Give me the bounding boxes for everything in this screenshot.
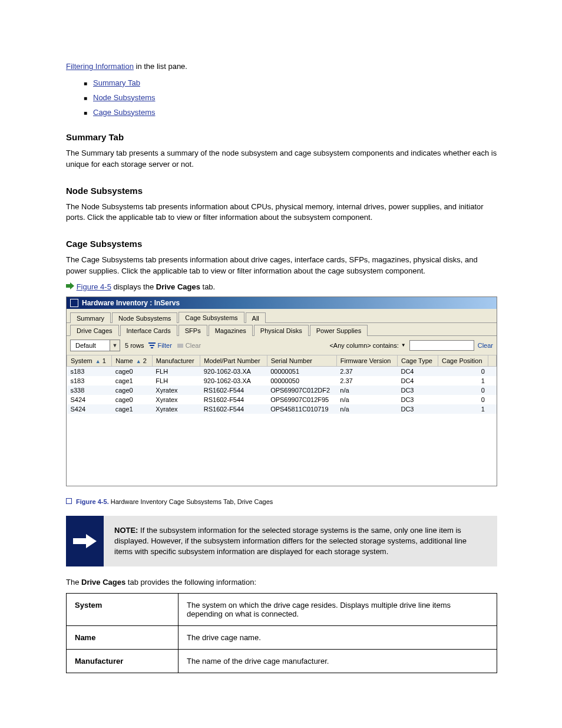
main-tab-row: Summary Node Subsystems Cage Subsystems … [67,309,497,323]
filter-icon [148,342,156,349]
intro-line: Filtering Information in the list pane. [66,61,497,73]
desc-row: SystemThe system on which the drive cage… [67,594,497,626]
link-figure-4-5[interactable]: Figure 4-5 [77,282,111,291]
drive-cages-table: System ▲ 1 Name ▲ 2 Manufacturer Model/P… [67,355,497,414]
table-row[interactable]: s183cage0FLH920-1062-03.XA000000512.37DC… [67,366,497,376]
col-serial[interactable]: Serial Number [267,355,336,366]
subtab-sfps[interactable]: SFPs [178,325,207,336]
sub-tab-row: Drive Cages Interface Cards SFPs Magazin… [67,323,497,336]
desc-intro: The Drive Cages tab provides the followi… [66,577,497,588]
desc-row: ManufacturerThe name of the drive cage m… [67,650,497,673]
sort-asc-icon: ▲ [95,358,101,364]
svg-rect-4 [177,344,183,348]
subtab-drive-cages[interactable]: Drive Cages [70,325,119,336]
heading-summary-tab: Summary Tab [66,132,497,142]
chevron-down-icon: ▼ [401,342,406,348]
app-icon [70,299,78,307]
chevron-down-icon[interactable]: ▼ [110,340,120,351]
section-links: Summary Tab Node Subsystems Cage Subsyst… [66,78,497,117]
arrow-right-icon [66,282,74,293]
grid-toolbar: Default ▼ 5 rows Filter Clear <Any colum… [67,336,497,355]
search-input[interactable] [409,340,474,351]
screenshot-hardware-inventory: Hardware Inventory : InServs Summary Nod… [66,297,497,486]
heading-node-subsystems: Node Subsystems [66,186,497,196]
text-summary-tab: The Summary tab presents a summary of th… [66,148,497,170]
note-arrow-icon [66,516,104,567]
view-combo[interactable]: Default ▼ [70,340,120,351]
note-heading: NOTE: [114,526,138,535]
svg-rect-3 [151,347,153,348]
col-cage-type[interactable]: Cage Type [397,355,438,366]
search-column-dropdown[interactable]: <Any column> contains: ▼ [329,342,405,349]
figure-caption: Figure 4-5. Hardware Inventory Cage Subs… [66,498,497,505]
col-firmware[interactable]: Firmware Version [336,355,397,366]
heading-cage-subsystems: Cage Subsystems [66,239,497,249]
svg-marker-0 [66,282,74,289]
svg-rect-1 [148,342,156,344]
link-summary-tab[interactable]: Summary Tab [93,78,140,87]
col-name[interactable]: Name ▲ 2 [112,355,153,366]
col-model[interactable]: Model/Part Number [200,355,267,366]
clear-search-link[interactable]: Clear [478,342,493,349]
caption-marker-icon [66,498,72,504]
note-box: NOTE: If the subsystem information for t… [66,516,497,567]
svg-rect-2 [150,345,154,346]
figure-pointer-line: Figure 4-5 displays the Drive Cages tab. [66,282,497,293]
tab-all[interactable]: All [246,312,266,323]
filter-button[interactable]: Filter [148,342,171,349]
note-body-text: If the subsystem information for the sel… [114,526,467,556]
link-node-subsystems[interactable]: Node Subsystems [93,93,156,102]
column-description-table: SystemThe system on which the drive cage… [66,593,497,673]
subtab-magazines[interactable]: Magazines [209,325,253,336]
clear-filter-button[interactable]: Clear [177,342,201,349]
table-row[interactable]: s338cage0XyratexRS1602-F544OPS69907C012D… [67,386,497,395]
window-title: Hardware Inventory : InServs [82,299,180,307]
tab-summary[interactable]: Summary [70,312,111,323]
clear-icon [177,342,184,349]
text-cage-subsystems: The Cage Subsystems tab presents informa… [66,255,497,277]
table-row[interactable]: S424cage1XyratexRS1602-F544OPS45811C0107… [67,404,497,414]
link-filtering-information[interactable]: Filtering Information [66,62,134,71]
subtab-physical-disks[interactable]: Physical Disks [254,325,309,336]
desc-row: NameThe drive cage name. [67,626,497,650]
col-cage-position[interactable]: Cage Position [438,355,488,366]
table-row[interactable]: s183cage1FLH920-1062-03.XA000000502.37DC… [67,376,497,386]
tab-node-subsystems[interactable]: Node Subsystems [112,312,177,323]
text-node-subsystems: The Node Subsystems tab presents informa… [66,202,497,224]
col-system[interactable]: System ▲ 1 [67,355,112,366]
col-manufacturer[interactable]: Manufacturer [152,355,200,366]
table-row[interactable]: S424cage0XyratexRS1602-F544OPS69907C012F… [67,395,497,404]
window-titlebar: Hardware Inventory : InServs [67,297,497,309]
row-count-label: 5 rows [125,342,144,349]
subtab-power-supplies[interactable]: Power Supplies [310,325,368,336]
link-cage-subsystems[interactable]: Cage Subsystems [93,108,156,117]
svg-marker-5 [73,534,97,548]
tab-cage-subsystems[interactable]: Cage Subsystems [178,312,244,323]
sort-asc-icon: ▲ [136,358,141,364]
subtab-interface-cards[interactable]: Interface Cards [120,325,177,336]
